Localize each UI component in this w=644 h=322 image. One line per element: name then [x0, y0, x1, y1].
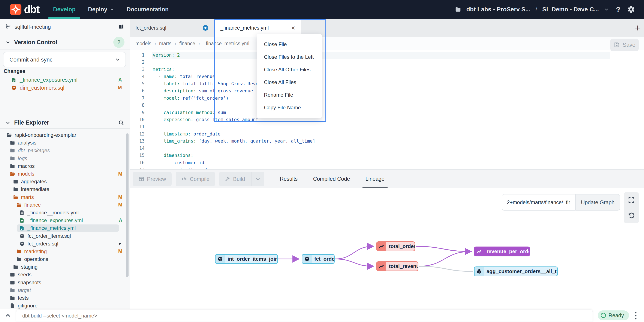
tree-item-logs[interactable]: logs — [0, 155, 130, 162]
preview-button[interactable]: Preview — [133, 172, 172, 186]
tree-item-fct-orders-sql[interactable]: fct_orders.sql• — [0, 240, 130, 248]
tree-item-rapid-onboarding-exemplar[interactable]: rapid-onboarding-exemplar — [0, 131, 130, 139]
lineage-node-agg_customer_orders__all_time[interactable]: agg_customer_orders__all_time — [474, 266, 558, 276]
nav-item-documentation[interactable]: Documentation — [126, 0, 169, 19]
tree-item-operations[interactable]: operations — [0, 255, 130, 263]
lineage-controls — [624, 192, 639, 223]
compile-button[interactable]: Compile — [176, 172, 215, 186]
breadcrumb-item[interactable]: _finance_metrics.yml — [203, 41, 249, 47]
tree-item-marketing[interactable]: marketingM — [0, 248, 130, 255]
lineage-node-total_revenue[interactable]: total_revenue — [376, 261, 418, 271]
tree-item-tests[interactable]: tests — [0, 294, 130, 302]
code-line-5[interactable]: 5 label: Total Jaffle Shop Gross Revenue — [130, 80, 644, 88]
code-minimap[interactable] — [610, 52, 630, 76]
lineage-filter-input[interactable] — [502, 194, 576, 210]
chevron-down-icon[interactable] — [604, 7, 609, 12]
close-tab-icon[interactable]: × — [291, 25, 295, 31]
tab-lineage[interactable]: Lineage — [363, 170, 387, 188]
tree-item-macros[interactable]: macros — [0, 162, 130, 170]
branch-name: sqlfluff-meeting — [14, 24, 51, 30]
code-line-3[interactable]: 3metrics: — [130, 66, 644, 73]
build-button[interactable]: Build — [219, 172, 264, 186]
tab-compiled-code[interactable]: Compiled Code — [311, 170, 352, 188]
tree-item-seeds[interactable]: seeds — [0, 271, 130, 278]
nav-item-deploy[interactable]: Deploy — [88, 0, 114, 19]
gear-icon[interactable] — [627, 6, 635, 13]
build-options-dropdown[interactable] — [252, 172, 264, 186]
search-icon[interactable] — [118, 120, 124, 126]
lineage-canvas[interactable]: int_order_items_joinedfct_orderstotal_or… — [130, 188, 644, 309]
code-line-17[interactable]: 17 - priority_code — [130, 166, 644, 169]
context-menu-item-close-all-files[interactable]: Close All Files — [257, 76, 322, 89]
tree-item-aggregates[interactable]: aggregates — [0, 178, 130, 185]
reset-view-icon[interactable] — [628, 212, 635, 219]
context-menu-item-close-all-other-files[interactable]: Close All Other Files — [257, 63, 322, 76]
tree-item-staging[interactable]: staging — [0, 263, 130, 271]
nav-item-develop[interactable]: Develop — [53, 0, 76, 19]
tree-item--finance-metrics-yml[interactable]: _finance_metrics.yml — [0, 224, 130, 232]
lineage-node-revenue_per_order[interactable]: revenue_per_order — [474, 246, 530, 256]
tree-item-fct-order-items-sql[interactable]: fct_order_items.sql — [0, 232, 130, 240]
changed-file-row[interactable]: dim_customers.sqlM — [0, 84, 130, 92]
breadcrumb-item[interactable]: finance — [179, 41, 195, 47]
lineage-node-fct_orders[interactable]: fct_orders — [302, 254, 335, 264]
code-editor[interactable]: 1version: 223metrics:4 - name: total_rev… — [130, 50, 644, 169]
context-menu-item-rename-file[interactable]: Rename File — [257, 89, 322, 101]
commit-options-dropdown[interactable] — [110, 52, 126, 67]
file-explorer-header[interactable]: File Explorer — [0, 117, 130, 129]
project-name[interactable]: SL Demo - Dave C... — [542, 6, 599, 13]
code-line-4[interactable]: 4 - name: total_revenue — [130, 73, 644, 80]
lineage-node-total_orders[interactable]: total_orders — [376, 241, 415, 251]
code-line-13[interactable]: 13 time_grains: [day, week, month, quart… — [130, 138, 644, 145]
commit-and-sync-button[interactable]: Commit and sync — [3, 52, 126, 67]
account-name[interactable]: dbt Labs - ProServ S... — [466, 6, 530, 13]
help-button[interactable]: ? — [616, 5, 620, 14]
dbt-command-input[interactable] — [16, 309, 593, 322]
kebab-menu-icon[interactable] — [632, 310, 639, 321]
tree-item--finance-exposures-yml[interactable]: _finance_exposures.ymlA — [0, 216, 130, 224]
code-line-12[interactable]: 12 timestamp: order_date — [130, 131, 644, 138]
tree-item-target[interactable]: target — [0, 286, 130, 294]
tree-item--finance-models-yml[interactable]: _finance__models.yml — [0, 209, 130, 216]
line-number: 13 — [130, 138, 144, 145]
breadcrumb-item[interactable]: marts — [159, 41, 172, 47]
tab-results[interactable]: Results — [278, 170, 300, 188]
tree-item-dbt-packages[interactable]: dbt_packages — [0, 147, 130, 154]
tree-item-intermediate[interactable]: intermediate — [0, 185, 130, 193]
new-tab-button[interactable]: + — [635, 19, 640, 37]
tree-item-analysis[interactable]: analysis — [0, 139, 130, 147]
code-line-9[interactable]: 9 calculation_method: sum — [130, 109, 644, 116]
save-button[interactable]: Save — [610, 39, 639, 51]
chevron-up-icon[interactable] — [5, 312, 11, 319]
changed-file-row[interactable]: _finance_exposures.ymlA — [0, 76, 130, 84]
code-line-7[interactable]: 7 model: ref('fct_orders') — [130, 95, 644, 102]
context-menu-item-close-files-to-the-left[interactable]: Close Files to the Left — [257, 51, 322, 63]
code-line-10[interactable]: 10 expression: gross_item_sales_amount — [130, 116, 644, 123]
code-line-2[interactable]: 2 — [130, 59, 644, 66]
code-line-16[interactable]: 16 - customer_id — [130, 159, 644, 166]
tree-item-models[interactable]: modelsM — [0, 170, 130, 178]
update-graph-button[interactable]: Update Graph — [576, 194, 620, 210]
code-line-14[interactable]: 14 — [130, 145, 644, 152]
tree-item-snapshots[interactable]: snapshots — [0, 279, 130, 286]
lineage-node-int_order_items_joined[interactable]: int_order_items_joined — [215, 254, 278, 264]
tab-fct-orders[interactable]: fct_orders.sql — [130, 19, 214, 37]
tree-item-gitignore[interactable]: gitignore — [0, 302, 130, 309]
code-line-11[interactable]: 11 — [130, 123, 644, 130]
context-menu-item-copy-file-name[interactable]: Copy File Name — [257, 101, 322, 114]
code-line-8[interactable]: 8 — [130, 102, 644, 109]
tree-item-finance[interactable]: financeM — [0, 201, 130, 209]
tree-item-label: _finance_exposures.yml — [28, 217, 83, 223]
tree-item-label: macros — [18, 163, 35, 169]
fullscreen-icon[interactable] — [628, 196, 635, 204]
code-line-1[interactable]: 1version: 2 — [130, 52, 644, 59]
breadcrumb-item[interactable]: models — [136, 41, 151, 47]
code-line-15[interactable]: 15 dimensions: — [130, 152, 644, 159]
context-menu-item-close-file[interactable]: Close File — [257, 38, 322, 51]
version-control-header[interactable]: Version Control 2 — [0, 35, 130, 50]
tree-item-label: snapshots — [18, 279, 41, 285]
docs-book-icon[interactable] — [118, 24, 124, 30]
git-branch-row[interactable]: sqlfluff-meeting — [0, 19, 130, 35]
tree-item-marts[interactable]: martsM — [0, 193, 130, 201]
code-line-6[interactable]: 6 description: sum of gross revenue — [130, 88, 644, 95]
